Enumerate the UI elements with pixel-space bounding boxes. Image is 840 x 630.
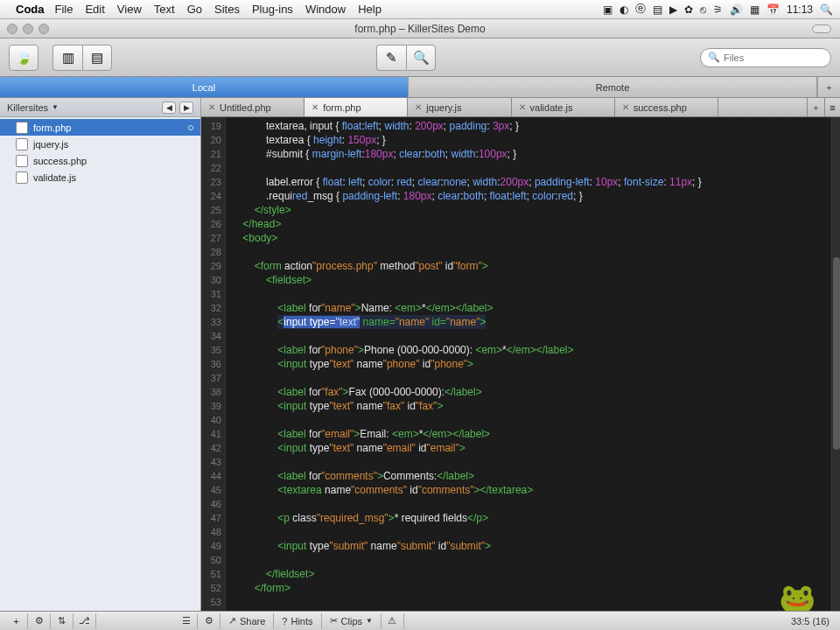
file-icon	[16, 122, 28, 134]
file-name: jquery.js	[33, 139, 68, 150]
tab-overflow-button[interactable]: ≡	[824, 98, 840, 116]
modified-dot-icon	[188, 125, 193, 130]
statusicon-2[interactable]: ⓔ	[635, 2, 646, 17]
doc-tab[interactable]: ✕Untitled.php	[201, 98, 304, 116]
edit-view-button[interactable]: ▥	[52, 45, 82, 71]
text-settings-button[interactable]: ⚙	[198, 613, 220, 629]
editor-pane: ✕Untitled.php✕form.php✕jquery.js✕validat…	[201, 98, 840, 611]
clock[interactable]: 11:13	[787, 4, 813, 16]
hints-button[interactable]: ?Hints	[274, 613, 321, 629]
tab-local[interactable]: Local	[0, 77, 409, 97]
calendar-icon[interactable]: 📅	[766, 4, 780, 16]
volume-icon[interactable]: 🔊	[730, 4, 743, 16]
chevron-down-icon: ▼	[366, 617, 373, 625]
nav-back-button[interactable]: ◀	[162, 102, 176, 114]
file-list: form.phpjquery.jssuccess.phpvalidate.js	[0, 117, 200, 611]
chevron-down-icon: ▼	[52, 103, 59, 111]
nav-forward-button[interactable]: ▶	[179, 102, 193, 114]
scm-button[interactable]: ⎇	[74, 613, 96, 629]
cursor-position: 33:5 (16)	[791, 616, 830, 626]
tab-label: Untitled.php	[220, 102, 271, 113]
file-name: form.php	[33, 122, 71, 133]
app-name[interactable]: Coda	[16, 3, 45, 16]
file-name: success.php	[33, 156, 87, 166]
menu-edit[interactable]: Edit	[85, 3, 104, 16]
close-tab-icon[interactable]: ✕	[519, 102, 526, 112]
toolbar: 🍃 ▥ ▤ ✎ 🔍 🔍 Files	[0, 38, 840, 77]
menu-go[interactable]: Go	[187, 3, 202, 16]
statusicon-1[interactable]: ◐	[620, 4, 628, 16]
statusicon-7[interactable]: ▦	[750, 4, 760, 16]
code-area[interactable]: textarea, input { float:left; width: 200…	[226, 117, 831, 611]
file-row[interactable]: jquery.js	[0, 136, 200, 152]
close-tab-icon[interactable]: ✕	[622, 102, 629, 112]
transfer-button[interactable]: ⇅	[51, 613, 74, 629]
new-tab-button[interactable]: +	[807, 98, 824, 116]
doc-tab[interactable]: ✕success.php	[615, 98, 718, 116]
file-icon	[16, 172, 28, 184]
main-area: Killersites ▼ ◀ ▶ form.phpjquery.jssucce…	[0, 98, 840, 611]
statusicon-5[interactable]: ✿	[684, 4, 693, 16]
wifi-icon[interactable]: ⚞	[713, 4, 723, 16]
close-button[interactable]	[7, 24, 18, 34]
hints-icon: ?	[282, 616, 287, 626]
clips-button[interactable]: ✂Clips▼	[322, 613, 382, 629]
preview-view-button[interactable]: ▤	[82, 45, 112, 71]
tab-label: form.php	[323, 102, 360, 113]
file-row[interactable]: validate.js	[0, 169, 200, 186]
menu-sites[interactable]: Sites	[214, 3, 240, 16]
toolbar-toggle-button[interactable]	[812, 24, 831, 33]
find-tool-button[interactable]: 🔍	[406, 45, 436, 71]
statusicon-6[interactable]: ⎋	[700, 4, 706, 16]
add-button[interactable]: +	[5, 613, 28, 629]
editor-scrollbar[interactable]	[831, 117, 840, 611]
menu-help[interactable]: Help	[358, 3, 382, 16]
menu-text[interactable]: Text	[154, 3, 175, 16]
close-tab-icon[interactable]: ✕	[208, 102, 215, 112]
doc-tab[interactable]: ✕form.php	[304, 98, 408, 116]
menu-view[interactable]: View	[117, 3, 142, 16]
tools-segment: ✎ 🔍	[376, 45, 436, 71]
doc-tab[interactable]: ✕validate.js	[512, 98, 615, 116]
status-bar: + ⚙ ⇅ ⎇ ☰ ⚙ ↗Share ?Hints ✂Clips▼ ⚠ 33:5…	[0, 611, 840, 630]
sites-button[interactable]: 🍃	[9, 45, 38, 71]
file-icon	[16, 138, 28, 150]
add-tab-button[interactable]: +	[817, 77, 840, 97]
zoom-button[interactable]	[38, 24, 49, 34]
validate-button[interactable]: ⚠	[382, 613, 404, 629]
minimize-button[interactable]	[23, 24, 33, 34]
share-button[interactable]: ↗Share	[220, 613, 274, 629]
file-name: validate.js	[33, 172, 76, 183]
tab-remote[interactable]: Remote	[409, 77, 817, 97]
menu-file[interactable]: File	[55, 3, 74, 16]
menu-window[interactable]: Window	[305, 3, 346, 16]
pencil-tool-button[interactable]: ✎	[376, 45, 406, 71]
menu-plugins[interactable]: Plug-ins	[252, 3, 293, 16]
tab-label: jquery.js	[426, 102, 461, 113]
file-search-input[interactable]: 🔍 Files	[700, 48, 831, 67]
file-sidebar: Killersites ▼ ◀ ▶ form.phpjquery.jssucce…	[0, 98, 201, 611]
scrollbar-thumb[interactable]	[833, 257, 840, 450]
window-titlebar: form.php – KillerSites Demo	[0, 19, 840, 38]
camtasia-icon[interactable]: ▣	[603, 4, 612, 16]
split-button[interactable]: ☰	[175, 613, 198, 629]
close-tab-icon[interactable]: ✕	[312, 102, 318, 112]
spotlight-icon[interactable]: 🔍	[820, 4, 833, 16]
sidebar-path-header[interactable]: Killersites ▼ ◀ ▶	[0, 98, 200, 117]
line-gutter: 19 20 21 22 23 24 25 26 27 28 29 30 31 3…	[201, 117, 226, 611]
file-icon	[16, 155, 28, 167]
statusicon-3[interactable]: ▤	[653, 4, 662, 16]
close-tab-icon[interactable]: ✕	[415, 102, 422, 112]
code-editor[interactable]: 19 20 21 22 23 24 25 26 27 28 29 30 31 3…	[201, 117, 840, 611]
action-gear-button[interactable]: ⚙	[28, 613, 51, 629]
tab-label: validate.js	[530, 102, 573, 113]
traffic-lights	[7, 24, 49, 34]
statusicon-4[interactable]: ▶	[669, 4, 677, 16]
file-row[interactable]: form.php	[0, 119, 200, 136]
clips-icon: ✂	[330, 615, 338, 626]
file-row[interactable]: success.php	[0, 152, 200, 169]
search-icon: 🔍	[708, 52, 720, 63]
tab-label: success.php	[634, 102, 687, 113]
doc-tab[interactable]: ✕jquery.js	[408, 98, 511, 116]
share-icon: ↗	[228, 615, 236, 626]
